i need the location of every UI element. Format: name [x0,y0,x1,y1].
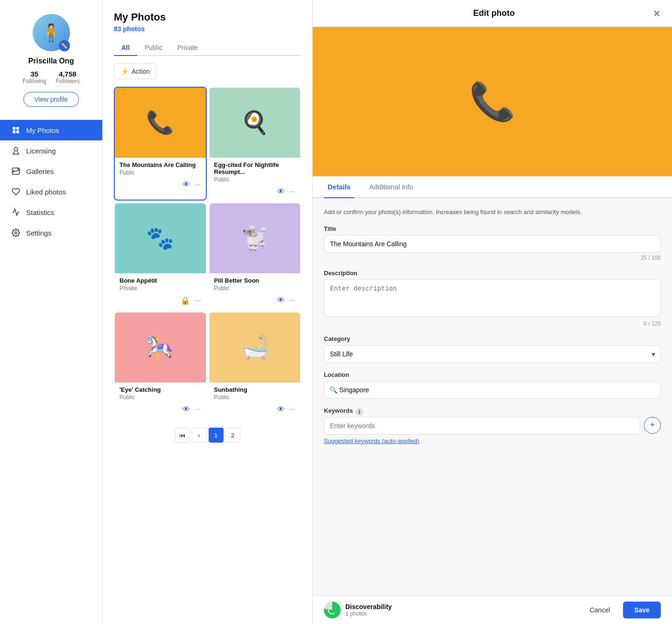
page-2-button[interactable]: 2 [225,428,240,443]
edit-avatar-button[interactable]: ✏️ [59,40,70,51]
add-keyword-button[interactable]: + [644,417,661,434]
sidebar-item-statistics[interactable]: Statistics [0,202,102,222]
action-label: Action [132,68,150,75]
page-prev-button[interactable]: ‹ [192,428,207,443]
photo-card-3[interactable]: 🐩 Pill Better Soon Public 👁 ··· [209,202,301,310]
location-label: Location [324,371,661,378]
location-input-wrapper: 🔍 [324,381,661,399]
page-first-button[interactable]: ⏮ [175,428,190,443]
description-textarea[interactable] [324,279,661,317]
photo-card-5[interactable]: 🛁 Sunbathing Public 👁 ··· [209,312,301,418]
lock-icon-2[interactable]: 🔒 [181,296,190,305]
eye-icon-1[interactable]: 👁 [277,187,285,196]
category-select[interactable]: Still Life Nature Portrait Architecture … [324,345,661,363]
tab-private[interactable]: Private [170,40,205,56]
keywords-input[interactable] [324,417,640,435]
sidebar-item-statistics-label: Statistics [26,208,54,216]
save-button[interactable]: Save [623,602,661,618]
sidebar-item-my-photos[interactable]: My Photos [0,120,102,140]
more-icon-1[interactable]: ··· [289,187,295,196]
photo-visibility-0: Public [119,169,201,176]
more-icon-0[interactable]: ··· [195,180,201,189]
page-1-button[interactable]: 1 [209,428,224,443]
sidebar-item-settings[interactable]: Settings [0,222,102,243]
edit-header: Edit photo ✕ [313,0,672,27]
page-title: My Photos [114,11,301,23]
view-profile-button[interactable]: View profile [23,92,78,107]
photo-preview: 📞 [313,27,672,176]
eye-icon-4[interactable]: 👁 [182,405,190,414]
svg-rect-1 [16,127,19,130]
search-icon: 🔍 [329,386,337,394]
title-group: Title 25 / 100 [324,225,661,261]
main-header: My Photos 83 photos All Public Private [103,0,312,56]
sidebar: 🧍 ✏️ Priscilla Ong 35 Following 4,758 Fo… [0,0,103,624]
following-label: Following [22,78,46,84]
svg-rect-2 [13,131,15,133]
photo-card-4[interactable]: 🎠 'Eye' Catching Public 👁 ··· [114,312,207,418]
title-label: Title [324,225,661,232]
preview-emoji: 📞 [469,80,516,124]
following-stat: 35 Following [22,70,46,84]
title-input[interactable] [324,235,661,253]
sidebar-item-my-photos-label: My Photos [26,126,59,134]
more-icon-3[interactable]: ··· [289,296,295,305]
photo-title-5: Sunbathing [214,386,296,393]
close-button[interactable]: ✕ [653,9,661,18]
followers-stat: 4,758 Followers [56,70,79,84]
keywords-group: Keywords ℹ + Suggested keywords (auto-ap… [324,407,661,444]
liked-photos-icon [11,187,21,196]
description-label: Description [324,270,661,277]
suggested-keywords-link[interactable]: Suggested keywords (auto-applied) [324,437,661,444]
main-photos-panel: My Photos 83 photos All Public Private ⚡… [103,0,313,624]
photo-title-3: Pill Better Soon [214,277,296,284]
photo-visibility-2: Private [119,285,201,291]
following-count: 35 [30,70,38,78]
sidebar-item-licensing[interactable]: Licensing [0,140,102,161]
bottom-buttons: Cancel Save [582,602,661,618]
profile-name: Priscilla Ong [28,57,74,65]
photo-title-2: Bone Appétit [119,277,201,284]
more-icon-4[interactable]: ··· [195,405,201,414]
description-group: Description 0 / 125 [324,270,661,327]
sidebar-item-liked-photos[interactable]: Liked photos [0,181,102,202]
edit-bottom-bar: Discoverability 1 photos Cancel Save [313,596,672,624]
action-bar: ⚡ Action [103,56,312,87]
photo-tabs: All Public Private [114,40,301,56]
edit-tabs: Details Additional info [313,176,672,198]
location-input[interactable] [324,381,661,399]
tab-all[interactable]: All [114,40,137,56]
svg-point-4 [14,147,18,151]
action-button[interactable]: ⚡ Action [114,63,157,79]
photo-card-1[interactable]: 🍳 Egg-cited For Nightlife Resumpt... Pub… [209,87,301,201]
sidebar-item-galleries[interactable]: Galleries [0,161,102,181]
edit-tab-details[interactable]: Details [324,176,354,198]
tab-public[interactable]: Public [137,40,170,56]
eye-icon-3[interactable]: 👁 [277,296,285,305]
photo-thumb-5: 🛁 [210,312,301,382]
photo-card-0[interactable]: 📞 The Mountains Are Calling Public 👁 ··· [114,87,207,201]
cancel-button[interactable]: Cancel [582,602,618,618]
photo-info-0: The Mountains Are Calling Public [115,158,206,178]
photo-visibility-3: Public [214,285,296,291]
category-select-wrapper: Still Life Nature Portrait Architecture … [324,345,661,363]
photo-info-3: Pill Better Soon Public [210,273,301,293]
description-char-count: 0 / 125 [324,320,661,327]
more-icon-2[interactable]: ··· [195,297,201,305]
eye-icon-5[interactable]: 👁 [277,405,285,414]
photo-card-2[interactable]: 🐾 Bone Appétit Private 🔒 ··· [114,202,207,310]
more-icon-5[interactable]: ··· [289,405,295,414]
photo-actions-3: 👁 ··· [210,293,301,308]
keywords-wrapper: + [324,417,661,435]
keywords-label: Keywords [324,407,353,414]
lightning-icon: ⚡ [121,68,129,75]
photos-grid: 📞 The Mountains Are Calling Public 👁 ···… [103,87,312,418]
discoverability-text: Discoverability 1 photos [345,603,392,617]
my-photos-icon [11,125,21,135]
svg-rect-3 [16,131,19,133]
photo-thumb-2: 🐾 [115,203,206,273]
edit-tab-additional-info[interactable]: Additional info [365,176,417,198]
eye-icon-0[interactable]: 👁 [182,180,190,189]
edit-form: Add or confirm your photo(s) information… [313,198,672,596]
keywords-info-icon[interactable]: ℹ [356,408,363,416]
